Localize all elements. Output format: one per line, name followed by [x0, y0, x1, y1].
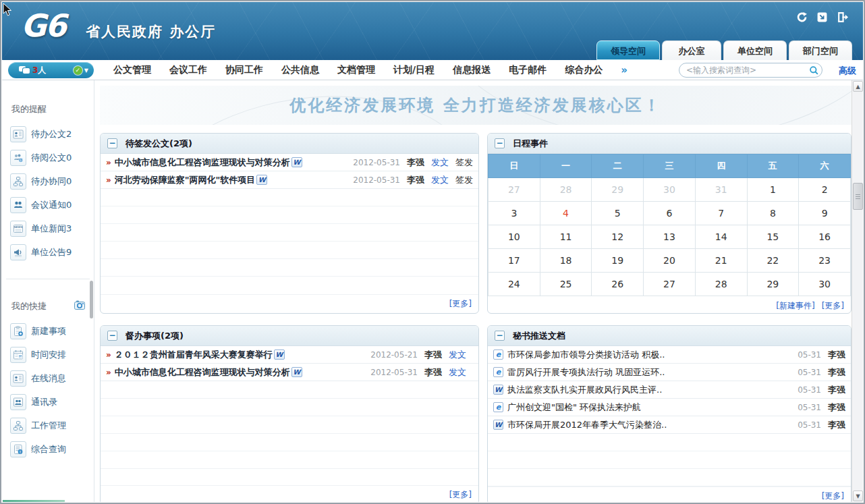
sidebar-item-online-messages[interactable]: 在线消息 [2, 366, 94, 390]
menu-more-chevron[interactable]: » [621, 64, 627, 76]
calendar-day-cell[interactable]: 24 [489, 273, 540, 296]
sidebar-item-contacts[interactable]: 通讯录 [2, 390, 94, 414]
collapse-icon[interactable]: − [495, 138, 505, 148]
doc-title-link[interactable]: 中小城市信息化工程咨询监理现状与对策分析 [115, 157, 290, 169]
doc-title-link[interactable]: 中小城市信息化工程咨询监理现状与对策分析 [115, 366, 290, 379]
menu-general-office[interactable]: 综合办公 [565, 64, 603, 76]
calendar-day-cell[interactable]: 10 [489, 225, 540, 249]
word-doc-icon[interactable]: W [291, 157, 302, 167]
calendar-day-cell[interactable]: 8 [747, 202, 799, 225]
menu-file-management[interactable]: 文档管理 [337, 64, 375, 76]
menu-info-report[interactable]: 信息报送 [453, 64, 491, 76]
calendar-day-cell[interactable]: 12 [592, 225, 644, 249]
sidebar-item-unit-news[interactable]: NEWS 单位新闻3 [2, 217, 94, 240]
word-doc-icon[interactable]: W [291, 367, 302, 377]
calendar-day-cell[interactable]: 11 [540, 225, 592, 249]
calendar-day-cell[interactable]: 20 [644, 249, 696, 273]
calendar-day-cell[interactable]: 31 [695, 178, 747, 202]
send-doc-link[interactable]: 发文 [449, 366, 466, 379]
scroll-down-arrow-icon[interactable]: ▼ [853, 491, 863, 501]
collapse-icon[interactable]: − [107, 331, 117, 341]
calendar-day-cell[interactable]: 9 [799, 202, 851, 225]
scrollbar-thumb[interactable] [853, 183, 863, 210]
tab-leader-space[interactable]: 领导空间 [596, 40, 660, 60]
calendar-day-cell[interactable]: 3 [489, 202, 540, 225]
send-doc-link[interactable]: 发文 [449, 349, 466, 361]
advanced-search-link[interactable]: 高级 [839, 65, 856, 77]
ie-doc-icon[interactable]: e [493, 367, 503, 377]
new-event-link[interactable]: [新建事件] [776, 300, 814, 312]
calendar-day-cell[interactable]: 15 [747, 225, 799, 249]
calendar-day-cell[interactable]: 23 [799, 249, 851, 273]
word-doc-icon[interactable]: W [493, 420, 503, 430]
calendar-day-cell[interactable]: 28 [695, 273, 747, 296]
calendar-day-cell[interactable]: 7 [695, 202, 747, 225]
calendar-day-cell[interactable]: 16 [799, 225, 851, 249]
sidebar-item-unit-notice[interactable]: 单位公告9 [2, 240, 94, 264]
menu-meeting-work[interactable]: 会议工作 [169, 64, 207, 76]
calendar-day-cell[interactable]: 22 [747, 249, 799, 273]
calendar-day-cell[interactable]: 26 [592, 273, 644, 296]
search-input[interactable] [686, 65, 809, 75]
calendar-day-cell[interactable]: 21 [695, 249, 747, 273]
calendar-day-cell[interactable]: 18 [540, 249, 592, 273]
calendar-day-cell[interactable]: 27 [644, 273, 696, 296]
online-users-button[interactable]: 3 人 ✓ ▼ [8, 62, 94, 78]
send-doc-link[interactable]: 发文 [431, 157, 449, 169]
more-link[interactable]: [更多] [449, 489, 472, 501]
calendar-day-cell[interactable]: 1 [747, 178, 799, 202]
menu-public-info[interactable]: 公共信息 [281, 64, 319, 76]
more-link[interactable]: [更多] [822, 300, 844, 312]
sidebar-splitter-handle[interactable] [90, 281, 93, 318]
sidebar-item-work-management[interactable]: 工作管理 [2, 414, 94, 437]
sidebar-item-general-query[interactable]: ! 综合查询 [2, 437, 94, 461]
doc-title-link[interactable]: 市环保局开展2012年春季大气污染整治.. [507, 419, 667, 431]
doc-title-link[interactable]: 雷厉风行开展专项执法行动 巩固亚运环.. [507, 366, 665, 379]
send-doc-link[interactable]: 发文 [431, 174, 449, 186]
collapse-icon[interactable]: − [107, 138, 117, 148]
menu-plan-schedule[interactable]: 计划/日程 [393, 64, 435, 76]
calendar-day-cell[interactable]: 17 [489, 249, 540, 273]
sidebar-item-new-item[interactable]: 新建事项 [2, 319, 94, 343]
more-link[interactable]: [更多] [822, 491, 844, 502]
ie-doc-icon[interactable]: e [493, 349, 503, 360]
tab-unit-space[interactable]: 单位空间 [723, 40, 787, 60]
calendar-day-cell[interactable]: 30 [799, 273, 851, 296]
sign-issue-link[interactable]: 签发 [455, 174, 473, 186]
calendar-day-cell[interactable]: 6 [644, 202, 696, 225]
online-status-dropdown[interactable]: ✓ ▼ [74, 66, 88, 75]
word-doc-icon[interactable]: W [256, 175, 267, 185]
calendar-day-cell[interactable]: 29 [747, 273, 799, 296]
doc-title-link[interactable]: ２０１２贵州首届青年风采大赛复赛举行 [115, 349, 273, 361]
ie-doc-icon[interactable]: e [493, 402, 503, 412]
menu-collaboration[interactable]: 协同工作 [225, 64, 263, 76]
calendar-day-cell[interactable]: 28 [540, 178, 592, 202]
word-doc-icon[interactable]: W [274, 349, 285, 360]
tab-office[interactable]: 办公室 [662, 40, 721, 60]
sidebar-item-meeting-notice[interactable]: 会议通知0 [2, 193, 94, 217]
doc-title-link[interactable]: 执法监察支队扎实开展政风行风民主评.. [507, 384, 662, 396]
sidebar-item-todo-collab[interactable]: 待办协同0 [2, 169, 94, 193]
doc-title-link[interactable]: 河北劳动保障监察"两网化"软件项目 [115, 174, 256, 186]
calendar-day-cell[interactable]: 25 [540, 273, 592, 296]
calendar-day-cell[interactable]: 5 [592, 202, 644, 225]
vertical-scrollbar[interactable]: ▲ ▼ [852, 80, 863, 502]
doc-title-link[interactable]: 广州创文迎"国检" 环保执法来护航 [507, 401, 641, 414]
calendar-day-cell[interactable]: 2 [799, 178, 851, 202]
menu-document-management[interactable]: 公文管理 [113, 64, 151, 76]
calendar-day-cell[interactable]: 30 [644, 178, 696, 202]
sidebar-item-unread-docs[interactable]: 待阅公文0 [2, 146, 94, 169]
customize-icon[interactable] [74, 300, 86, 312]
logout-icon[interactable] [836, 11, 848, 23]
word-doc-icon[interactable]: W [493, 385, 503, 395]
window-restore-icon[interactable] [816, 11, 828, 23]
calendar-day-cell[interactable]: 13 [644, 225, 696, 249]
calendar-day-cell[interactable]: 27 [489, 178, 540, 202]
collapse-icon[interactable]: − [495, 331, 505, 341]
menu-email[interactable]: 电子邮件 [509, 64, 547, 76]
sign-issue-link[interactable]: 签发 [455, 157, 473, 169]
search-icon[interactable] [809, 65, 819, 76]
calendar-day-cell-today[interactable]: 4 [540, 202, 592, 225]
calendar-day-cell[interactable]: 14 [695, 225, 747, 249]
scroll-up-arrow-icon[interactable]: ▲ [853, 81, 863, 92]
